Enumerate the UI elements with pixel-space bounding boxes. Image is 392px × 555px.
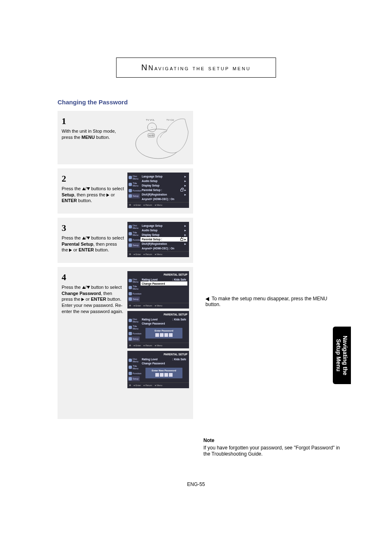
svg-text:−: − — [151, 126, 153, 129]
osd-footer: ✥ ● Enter ● Return ● Menu — [127, 251, 189, 256]
osd-enter-new-password-panel: PARENTAL SETUP Disc Menu Title Menu Func… — [127, 351, 189, 388]
footer-return: Return — [145, 304, 152, 307]
up-arrow-icon — [82, 237, 85, 240]
function-icon — [129, 372, 132, 375]
step-text: ENTER — [62, 198, 77, 203]
setup-icon — [129, 337, 132, 341]
chevron-right-icon: ▸ — [184, 229, 186, 232]
disc-icon — [129, 319, 132, 322]
sidebar-item-label: Title Menu — [133, 182, 139, 187]
sidebar-item-label: Function — [133, 372, 141, 375]
panel-title: PARENTAL SETUP — [127, 352, 189, 357]
osd-setup-panel: Disc Menu Title Menu Function Setup Lang… — [127, 173, 189, 208]
menu-value: : Kids Safe — [172, 318, 186, 321]
step-text: Setup — [62, 192, 74, 197]
dialog-title: Enter New Password — [145, 369, 182, 372]
osd-footer: ✥ ● Enter ● Return ● Menu — [127, 343, 189, 347]
footer-menu: Menu — [157, 253, 162, 256]
menu-item: Rating Level — [142, 358, 158, 361]
password-boxes — [145, 373, 182, 377]
step-text: button to select — [90, 285, 122, 290]
sidebar-item-label: Title Menu — [133, 325, 139, 330]
dpad-icon: ✥ — [129, 304, 131, 307]
steps-container: 1 With the unit in Stop mode, press the … — [58, 111, 193, 423]
setup-icon — [129, 244, 132, 247]
footer-enter: Enter — [136, 384, 141, 387]
footer-menu: Menu — [157, 204, 162, 206]
function-icon — [129, 189, 132, 192]
footer-return: Return — [145, 204, 152, 206]
tv-ch-label: TV CH — [166, 119, 174, 121]
chevron-right-icon: ▸ — [184, 175, 186, 178]
footer-menu: Menu — [157, 304, 162, 307]
step-text: Parental Setup — [62, 242, 93, 246]
sidebar-item-label: Disc Menu — [133, 358, 139, 363]
step-text: button. — [95, 135, 110, 140]
menu-item: DivX(R)Registration — [142, 242, 167, 245]
section-header: NNavigating the setup menu — [116, 58, 276, 78]
section-title: Changing the Password — [58, 99, 128, 106]
step-text: Press the — [62, 285, 82, 290]
chevron-right-icon: ▸ — [184, 238, 186, 241]
chevron-right-icon: ▸ — [184, 184, 186, 187]
svg-point-4 — [152, 134, 154, 136]
menu-item: Change Password — [142, 362, 165, 365]
menu-value: : Kids Safe — [172, 358, 186, 361]
step-number: 3 — [62, 222, 124, 234]
sidebar-item-label: Function — [133, 239, 141, 241]
sidebar-item-label: Setup — [133, 195, 138, 197]
title-icon — [129, 326, 132, 329]
page-number: ENG-55 — [0, 481, 392, 487]
step-number: 1 — [62, 115, 124, 127]
dpad-icon: ✥ — [129, 344, 131, 347]
step-number: 2 — [62, 173, 124, 185]
osd-footer: ✥ ● Enter ● Return ● Menu — [127, 202, 189, 206]
sidebar-item-label: Function — [133, 292, 141, 295]
step-text: Press the — [62, 235, 82, 240]
sidebar-item-label: Disc Menu — [133, 278, 139, 283]
function-icon — [129, 292, 132, 295]
osd-enter-password-panel: PARENTAL SETUP Disc Menu Title Menu Func… — [127, 311, 189, 348]
lock-open-icon — [180, 238, 183, 241]
sidebar-item-label: Setup — [133, 338, 138, 340]
disc-icon — [129, 279, 132, 282]
up-arrow-icon — [82, 187, 85, 190]
disc-icon — [129, 176, 132, 179]
side-tab: Navigating theSetup Menu — [333, 327, 351, 384]
chevron-right-icon: ▸ — [184, 189, 186, 192]
disc-icon — [129, 359, 132, 362]
step-text: or — [84, 297, 91, 302]
footer-return: Return — [145, 344, 152, 347]
step-text: or — [72, 247, 78, 252]
sidebar-item-label: Disc Menu — [133, 175, 139, 180]
sidebar-item-label: Setup — [133, 378, 138, 380]
setup-icon — [129, 377, 132, 380]
side-tab-line1: Navigating the — [342, 336, 348, 375]
menu-item: Display Setup — [142, 184, 159, 187]
menu-item: Rating Level — [142, 278, 158, 281]
menu-item: Language Setup — [142, 175, 163, 178]
lock-icon — [180, 189, 183, 191]
menu-item: Language Setup — [142, 224, 163, 227]
step-text: Change Password — [62, 291, 101, 296]
down-arrow-icon — [87, 286, 90, 289]
sidebar-item-label: Disc Menu — [133, 318, 139, 323]
panel-title: PARENTAL SETUP — [127, 313, 189, 317]
title-icon — [129, 183, 132, 186]
chevron-right-icon: ▸ — [184, 180, 186, 183]
panel-title: PARENTAL SETUP — [127, 273, 189, 277]
menu-item: Rating Level — [142, 318, 158, 321]
sidebar-item-label: Title Menu — [133, 231, 139, 236]
chevron-right-icon: ▸ — [184, 242, 186, 246]
menu-item: Anynet+ (HDMI-CEC) : On — [142, 198, 174, 200]
dpad-icon: ✥ — [129, 253, 131, 256]
note-text: To make the setup menu disappear, press … — [205, 296, 327, 307]
footer-enter: Enter — [136, 344, 141, 347]
step-text: MENU — [81, 135, 95, 140]
dpad-icon: ✥ — [129, 384, 131, 387]
disc-icon — [129, 225, 132, 228]
dpad-icon: ✥ — [129, 204, 131, 206]
menu-item: Change Password — [142, 322, 165, 325]
down-arrow-icon — [87, 237, 90, 240]
sidebar-item-label: Setup — [133, 298, 138, 300]
